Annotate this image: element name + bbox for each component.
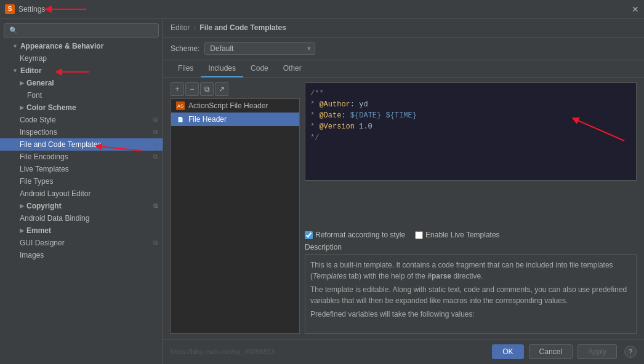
options-row: Reformat according to style Enable Live … — [305, 227, 637, 243]
sidebar-item-label: Color Scheme — [26, 103, 76, 112]
sidebar-item-livetemplates[interactable]: Live Templates — [0, 163, 163, 175]
sidebar-item-label: Live Templates — [20, 165, 69, 173]
chevron-right-icon: ▶ — [20, 105, 24, 111]
actionscript-icon: AS — [176, 101, 185, 110]
sidebar-item-label: Emmet — [26, 226, 51, 235]
breadcrumb: Editor › File and Code Templates — [163, 18, 644, 38]
sidebar-item-label: Images — [20, 251, 44, 259]
tab-includes[interactable]: Includes — [201, 60, 243, 77]
livetemplates-checkbox-label[interactable]: Enable Live Templates — [415, 231, 500, 239]
content-panel: Editor › File and Code Templates Scheme:… — [163, 18, 644, 364]
template-item-label: File Header — [188, 115, 227, 124]
copy-icon: ⧉ — [153, 129, 158, 136]
breadcrumb-separator: › — [193, 23, 196, 32]
reformat-label: Reformat according to style — [315, 231, 405, 239]
main-container: 🔍 ▼ Appearance & Behavior Keymap ▼ Edito… — [0, 18, 644, 364]
sidebar-item-font[interactable]: Font — [0, 89, 163, 101]
sidebar-item-androiddatabinding[interactable]: Android Data Binding — [0, 212, 163, 224]
sidebar-item-keymap[interactable]: Keymap — [0, 52, 163, 65]
sidebar-item-colorscheme[interactable]: ▶ Color Scheme — [0, 101, 163, 114]
bottom-bar: https://blog.csdn.net/qq_39098813 OK Can… — [163, 339, 644, 364]
code-line: * @Date: ${DATE} ${TIME} — [310, 110, 631, 121]
description-title: Description — [305, 243, 637, 251]
description-text: This is a built-in template. It contains… — [305, 254, 637, 334]
scheme-select-wrapper[interactable]: Default — [204, 42, 315, 55]
sidebar-item-label: Android Layout Editor — [20, 189, 91, 198]
sidebar-item-guidesigner[interactable]: GUI Designer ⧉ — [0, 237, 163, 249]
copy-icon: ⧉ — [153, 153, 158, 160]
scheme-select[interactable]: Default — [204, 42, 315, 55]
template-list: + − ⧉ ↗ AS ActionScript File Header 📄 Fi… — [171, 82, 300, 334]
copy-template-button[interactable]: ⧉ — [200, 82, 214, 96]
sidebar-item-fileencodings[interactable]: File Encodings ⧉ — [0, 151, 163, 163]
sidebar-item-filecodetemplates[interactable]: File and Code Templates ⧉ — [0, 138, 163, 151]
sidebar-item-label: General — [26, 79, 54, 87]
code-line: */ — [310, 132, 631, 143]
sidebar-item-copyright[interactable]: ▶ Copyright ⧉ — [0, 200, 163, 212]
chevron-down-icon: ▼ — [12, 43, 18, 49]
sidebar-item-filetypes[interactable]: File Types — [0, 175, 163, 188]
template-item-label: ActionScript File Header — [188, 101, 268, 110]
sidebar-item-label: GUI Designer — [20, 239, 65, 247]
sidebar-item-label: Code Style — [20, 116, 56, 124]
copy-icon: ⧉ — [153, 141, 158, 148]
description-section: Description This is a built-in template.… — [305, 243, 637, 334]
sidebar-item-label: Editor — [20, 66, 42, 75]
breadcrumb-current: File and Code Templates — [199, 23, 286, 32]
code-editor-panel: /** * @Author: yd * @Date: ${DATE} ${TIM… — [305, 82, 637, 334]
ok-button[interactable]: OK — [492, 344, 523, 359]
reformat-checkbox-label[interactable]: Reformat according to style — [305, 231, 405, 239]
sidebar-item-label: Font — [27, 91, 42, 100]
sidebar-item-androidlayouteditor[interactable]: Android Layout Editor — [0, 188, 163, 200]
help-button[interactable]: ? — [624, 346, 637, 358]
sidebar-item-label: Android Data Binding — [20, 214, 89, 223]
close-button[interactable]: ✕ — [632, 4, 639, 14]
add-template-button[interactable]: + — [171, 82, 184, 96]
copy-icon: ⧉ — [153, 202, 158, 210]
sidebar-item-general[interactable]: ▶ General — [0, 77, 163, 89]
sidebar-item-appearance[interactable]: ▼ Appearance & Behavior — [0, 40, 163, 52]
template-toolbar: + − ⧉ ↗ — [171, 82, 300, 96]
tabs-row: Files Includes Code Other — [163, 60, 644, 77]
code-line: /** — [310, 88, 631, 99]
sidebar-item-editor[interactable]: ▼ Editor — [0, 65, 163, 77]
remove-template-button[interactable]: − — [185, 82, 199, 96]
tab-code[interactable]: Code — [243, 60, 276, 77]
chevron-right-icon: ▶ — [20, 228, 24, 234]
sidebar-item-label: Inspections — [20, 128, 57, 136]
template-item-fileheader[interactable]: 📄 File Header — [171, 113, 299, 126]
tab-other[interactable]: Other — [276, 60, 309, 77]
sidebar-item-label: File Encodings — [20, 152, 68, 161]
livetemplates-checkbox[interactable] — [415, 231, 423, 239]
sidebar-item-images[interactable]: Images — [0, 249, 163, 261]
livetemplates-label: Enable Live Templates — [425, 231, 500, 239]
tab-files[interactable]: Files — [171, 60, 201, 77]
copy-icon: ⧉ — [153, 239, 158, 247]
move-template-button[interactable]: ↗ — [215, 82, 228, 96]
red-arrow-editor — [55, 66, 92, 78]
template-area: + − ⧉ ↗ AS ActionScript File Header 📄 Fi… — [163, 77, 644, 339]
app-icon: S — [5, 4, 15, 14]
search-bar[interactable]: 🔍 — [4, 23, 159, 38]
sidebar-item-label: Appearance & Behavior — [20, 42, 103, 50]
reformat-checkbox[interactable] — [305, 231, 313, 239]
sidebar-item-inspections[interactable]: Inspections ⧉ — [0, 126, 163, 138]
apply-button[interactable]: Apply — [578, 344, 617, 359]
sidebar-item-emmet[interactable]: ▶ Emmet — [0, 224, 163, 237]
title-bar: S Settings ✕ — [0, 0, 644, 18]
code-area[interactable]: /** * @Author: yd * @Date: ${DATE} ${TIM… — [305, 82, 637, 181]
sidebar-item-label: Copyright — [26, 202, 62, 210]
window-title: Settings — [18, 5, 45, 14]
breadcrumb-parent: Editor — [171, 23, 190, 32]
scheme-row: Scheme: Default — [163, 38, 644, 60]
sidebar: 🔍 ▼ Appearance & Behavior Keymap ▼ Edito… — [0, 18, 163, 364]
template-item-actionscript[interactable]: AS ActionScript File Header — [171, 99, 299, 113]
search-input[interactable] — [20, 27, 153, 34]
watermark: https://blog.csdn.net/qq_39098813 — [171, 348, 275, 355]
sidebar-item-codestyle[interactable]: Code Style ⧉ — [0, 114, 163, 126]
chevron-right-icon: ▶ — [20, 203, 24, 209]
chevron-right-icon: ▶ — [20, 80, 24, 86]
sidebar-item-label: File Types — [20, 177, 53, 186]
cancel-button[interactable]: Cancel — [529, 344, 573, 359]
search-icon: 🔍 — [9, 26, 18, 34]
